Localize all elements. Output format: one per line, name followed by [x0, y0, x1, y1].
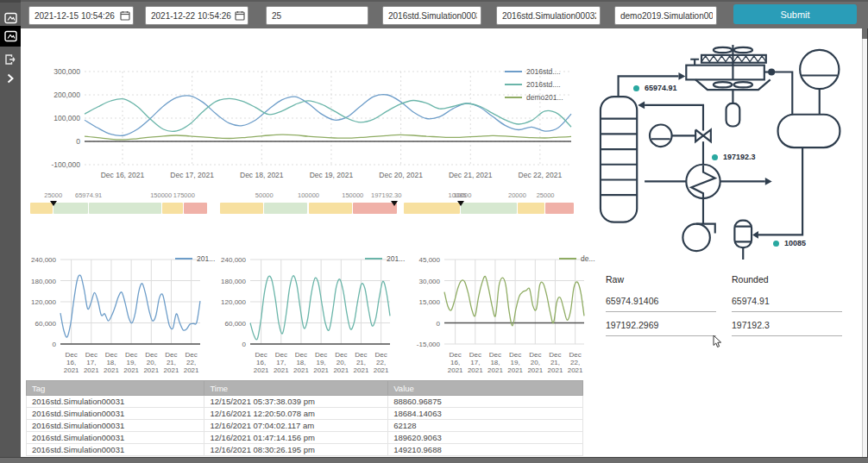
chart-canvas: Dec 16, 2021Dec 17, 2021Dec 18, 2021Dec … [28, 53, 580, 206]
svg-text:Dec22,2021: Dec22,2021 [184, 351, 199, 374]
legend-item[interactable]: demo201... [505, 92, 563, 102]
raw-column-label: Raw [606, 274, 624, 285]
legend-label: de... [581, 254, 595, 263]
gauge-segment [461, 203, 517, 214]
svg-text:Dec 19, 2021: Dec 19, 2021 [310, 171, 354, 179]
tag3-field [614, 6, 717, 25]
range-gauge-3: 10085100002000025000 [404, 191, 574, 216]
table-row[interactable]: 2016std.Simulation0003112/15/2021 05:37:… [27, 396, 583, 408]
table-row[interactable]: 2016std.Simulation0003112/16/2021 12:20:… [27, 408, 583, 420]
svg-text:Dec 16, 2021: Dec 16, 2021 [101, 171, 145, 179]
gauge-tick-label: 150000 [150, 191, 172, 199]
sensor-dot [773, 241, 779, 247]
svg-text:Dec17,2021: Dec17,2021 [468, 351, 483, 374]
submit-button[interactable]: Submit [733, 4, 857, 24]
pipe-drum-to-pot [758, 147, 802, 235]
svg-text:Dec19,2021: Dec19,2021 [313, 351, 329, 374]
svg-text:Dec18,2021: Dec18,2021 [104, 351, 119, 374]
logout-icon[interactable] [0, 49, 21, 70]
end-datetime-input[interactable] [145, 6, 248, 25]
legend-label: 2016std.... [526, 67, 561, 76]
window-frame-bottom [0, 457, 868, 463]
table-row[interactable]: 2016std.Simulation0003112/16/2021 08:30:… [27, 444, 583, 456]
sensor-reading-3: 10085 [773, 239, 806, 247]
svg-text:120,000: 120,000 [31, 298, 56, 306]
gauge-segment [545, 203, 574, 214]
table-cell: 12/16/2021 07:04:02.117 am [204, 420, 388, 432]
svg-text:Dec20,2021: Dec20,2021 [333, 351, 349, 374]
legend-item[interactable]: 2016std.... [505, 66, 563, 76]
sample-count-input[interactable] [266, 6, 368, 25]
start-datetime-input[interactable] [28, 6, 134, 25]
heat-exchanger [686, 165, 720, 198]
calendar-icon[interactable] [235, 10, 245, 21]
vertical-scrollbar[interactable] [862, 39, 867, 457]
small-trend-chart-2: Dec16,2021Dec17,2021Dec18,2021Dec19,2021… [216, 251, 397, 384]
svg-text:240,000: 240,000 [31, 256, 56, 264]
svg-text:200,000: 200,000 [53, 91, 80, 99]
table-cell: 12/16/2021 12:20:50.078 am [204, 408, 388, 420]
svg-text:Dec 18, 2021: Dec 18, 2021 [240, 171, 284, 179]
table-cell: 2016std.Simulation00031 [27, 396, 204, 408]
svg-text:Dec 17, 2021: Dec 17, 2021 [170, 171, 214, 179]
legend-item[interactable]: 201... [365, 253, 405, 263]
svg-text:Dec17,2021: Dec17,2021 [84, 351, 99, 374]
tag1-input[interactable] [382, 6, 481, 25]
rounded-value-1[interactable]: 65974.91 [732, 296, 842, 312]
arrowhead [678, 72, 685, 80]
table-cell: 2016std.Simulation00031 [27, 408, 204, 420]
raw-value-1[interactable]: 65974.91406 [606, 296, 716, 312]
svg-text:180,000: 180,000 [31, 278, 56, 285]
svg-text:240,000: 240,000 [221, 256, 246, 264]
sensor-value: 10085 [784, 239, 806, 247]
column-header-time[interactable]: Time [204, 381, 388, 396]
svg-text:Dec16,2021: Dec16,2021 [64, 351, 79, 374]
gauge-tick-label: 65974.91 [75, 191, 102, 199]
column-header-value[interactable]: Value [388, 381, 583, 396]
table-header-row: Tag Time Value [27, 381, 583, 396]
svg-text:60,000: 60,000 [225, 320, 247, 328]
svg-text:Dec19,2021: Dec19,2021 [507, 351, 523, 374]
data-table-body: 2016std.Simulation0003112/15/2021 05:37:… [27, 396, 583, 456]
tag2-field [496, 6, 601, 25]
table-cell: 62128 [388, 420, 583, 432]
expand-icon[interactable] [0, 68, 21, 89]
gauge-value-marker [50, 201, 57, 206]
svg-text:0: 0 [437, 320, 441, 328]
table-row[interactable]: 2016std.Simulation0003112/16/2021 07:04:… [27, 420, 583, 432]
tag3-input[interactable] [614, 6, 717, 25]
legend-label: demo201... [526, 93, 563, 102]
chart-canvas: Dec16,2021Dec17,2021Dec18,2021Dec19,2021… [216, 251, 397, 380]
svg-text:300,000: 300,000 [53, 67, 80, 76]
table-row[interactable]: 2016std.Simulation0003112/16/2021 01:47:… [27, 432, 583, 444]
svg-text:180,000: 180,000 [221, 278, 246, 285]
arrowhead [638, 101, 645, 109]
legend-item[interactable]: de... [559, 253, 595, 263]
legend-swatch [175, 258, 192, 260]
svg-text:Dec 20, 2021: Dec 20, 2021 [379, 171, 423, 179]
gauge-labels: 2500065974.91150000175000 [30, 191, 207, 201]
small-trend-chart-3: Dec16,2021Dec17,2021Dec18,2021Dec19,2021… [410, 251, 591, 384]
screenshot-icon-active[interactable] [0, 26, 21, 47]
tag-data-table: Tag Time Value 2016std.Simulation0003112… [26, 380, 583, 456]
raw-value-2[interactable]: 197192.2969 [606, 320, 716, 336]
table-cell: 2016std.Simulation00031 [27, 444, 204, 456]
tag2-input[interactable] [496, 6, 601, 25]
table-cell: 12/16/2021 01:47:14.156 pm [204, 432, 388, 444]
tag1-field [382, 6, 481, 25]
start-datetime-field [28, 6, 134, 25]
main-chart-legend: 2016std.... 2016std.... demo201... [505, 66, 563, 102]
svg-text:-15,000: -15,000 [417, 341, 441, 348]
control-valve [695, 129, 711, 141]
distillation-column [601, 97, 637, 222]
table-cell: 149210.9688 [388, 444, 583, 456]
gauge-segment [220, 203, 263, 214]
rounded-value-2[interactable]: 197192.3 [732, 320, 842, 336]
table-cell: 18684.14063 [388, 408, 583, 420]
legend-item[interactable]: 2016std.... [505, 79, 563, 89]
svg-text:Dec19,2021: Dec19,2021 [123, 351, 139, 374]
column-header-tag[interactable]: Tag [27, 381, 204, 396]
legend-item[interactable]: 201... [175, 253, 215, 263]
calendar-icon[interactable] [120, 10, 130, 21]
svg-text:Dec21,2021: Dec21,2021 [548, 351, 563, 374]
